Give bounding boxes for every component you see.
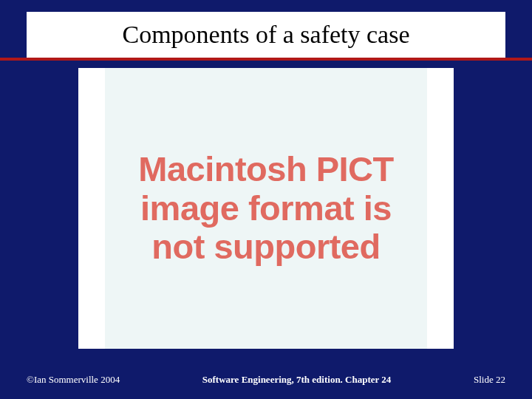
footer-book-reference: Software Engineering, 7th edition. Chapt…: [120, 374, 474, 386]
slide-footer: ©Ian Sommerville 2004 Software Engineeri…: [27, 374, 505, 386]
image-placeholder-text: Macintosh PICT image format is not suppo…: [112, 150, 420, 267]
horizontal-rule: [0, 58, 532, 61]
footer-copyright: ©Ian Sommerville 2004: [27, 374, 120, 386]
content-area: Macintosh PICT image format is not suppo…: [78, 68, 454, 349]
footer-slide-number: Slide 22: [474, 374, 505, 386]
title-band: Components of a safety case: [27, 12, 505, 58]
slide-title: Components of a safety case: [123, 21, 410, 49]
image-placeholder-panel: Macintosh PICT image format is not suppo…: [105, 68, 427, 349]
